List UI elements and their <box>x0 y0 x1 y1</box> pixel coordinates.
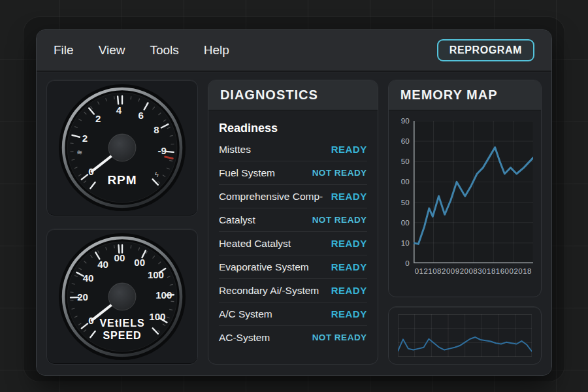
readiness-label: A/C System <box>219 308 272 320</box>
svg-text:ϟ: ϟ <box>155 171 159 179</box>
readiness-status: READY <box>331 144 367 155</box>
svg-text:2: 2 <box>95 113 101 124</box>
readiness-row: MisttesREADY <box>219 138 367 161</box>
x-tick-label: 3018 <box>478 267 496 275</box>
readiness-label: Fuel System <box>219 167 275 179</box>
readiness-row: Recondary Ai/-SystemREADY <box>219 279 367 302</box>
readiness-row: Fuel SystemNOT READY <box>219 161 367 185</box>
menu-help[interactable]: Help <box>204 43 229 57</box>
memory-chart <box>414 121 533 263</box>
x-tick-label: 2018 <box>514 267 532 275</box>
svg-text:2: 2 <box>82 133 88 144</box>
y-tick-label: 50 <box>401 157 410 165</box>
readiness-status: READY <box>331 261 367 272</box>
reprogram-button[interactable]: REPROGRAM <box>437 39 534 61</box>
x-tick-label: 1600 <box>496 267 514 275</box>
svg-text:100: 100 <box>149 311 165 322</box>
readiness-label: Heated Catalyst <box>219 238 291 250</box>
y-tick-label: 00 <box>401 219 410 227</box>
readiness-row: Heated CatalystREADY <box>219 232 367 255</box>
svg-text:40: 40 <box>97 259 108 270</box>
readiness-label: AC-System <box>219 332 270 344</box>
menu-view[interactable]: View <box>99 43 125 57</box>
menubar: File View Tools Help REPROGRAM <box>37 30 551 72</box>
rpm-gauge: 022468-9≋ϟRPM <box>57 82 188 213</box>
y-tick-label: 50 <box>401 199 410 206</box>
memory-column: MEMORY MAP 906050005000100 0121082009200… <box>388 80 542 365</box>
readiness-heading: Readiness <box>219 122 367 135</box>
svg-text:RPM: RPM <box>107 173 137 187</box>
svg-text:100: 100 <box>148 269 164 280</box>
speed-gauge: 02040400000100100100VEtIELSSPEED <box>57 231 188 362</box>
memory-chart-y-axis: 906050005000100 <box>394 121 414 263</box>
y-tick-label: 90 <box>401 117 410 125</box>
memory-map-body: 906050005000100 012108200920083018160020… <box>389 110 541 297</box>
diagnostics-body: Readiness MisttesREADY Fuel SystemNOT RE… <box>208 110 378 349</box>
readiness-row: Evaporative SystemREADY <box>219 255 367 279</box>
readiness-label: Comprehensive Comp- <box>219 191 323 203</box>
readiness-status: READY <box>331 238 367 249</box>
readiness-status: NOT READY <box>312 215 367 225</box>
svg-text:4: 4 <box>116 105 122 116</box>
content-area: 022468-9≋ϟRPM 02040400000100100100VEtIEL… <box>37 73 551 375</box>
readiness-label: Catalyst <box>219 214 255 226</box>
rpm-gauge-card: 022468-9≋ϟRPM <box>46 80 198 216</box>
readiness-status: READY <box>331 308 367 319</box>
readiness-label: Recondary Ai/-System <box>219 285 319 297</box>
svg-text:8: 8 <box>154 125 159 136</box>
diagnostics-panel-title: DIAGNOSTICS <box>208 80 378 110</box>
readiness-status: READY <box>331 191 367 202</box>
readiness-status: NOT READY <box>312 168 367 178</box>
readiness-row: Comprehensive Comp-READY <box>219 185 367 208</box>
svg-text:SPEED: SPEED <box>103 330 141 341</box>
svg-text:6: 6 <box>138 110 143 121</box>
svg-text:VEtIELS: VEtIELS <box>99 318 144 329</box>
readiness-row: AC-SystemNOT READY <box>219 326 367 349</box>
sparkline-panel <box>388 306 542 365</box>
y-tick-label: 0 <box>405 259 409 267</box>
svg-text:≋: ≋ <box>76 148 82 156</box>
memory-map-panel-title: MEMORY MAP <box>389 80 541 110</box>
memory-map-panel: MEMORY MAP 906050005000100 0121082009200… <box>388 80 542 297</box>
y-tick-label: 60 <box>401 137 410 145</box>
x-tick-label: 2009 <box>442 267 460 275</box>
svg-text:20: 20 <box>77 291 88 302</box>
svg-text:100: 100 <box>155 289 172 300</box>
memory-chart-x-axis: 01210820092008301816002018 <box>414 263 533 275</box>
speed-gauge-card: 02040400000100100100VEtIELSSPEED <box>46 229 198 365</box>
readiness-status: READY <box>331 285 367 296</box>
menu-file[interactable]: File <box>54 43 74 57</box>
app-window: File View Tools Help REPROGRAM 022468-9≋… <box>36 29 552 376</box>
svg-text:-9: -9 <box>157 146 166 157</box>
y-tick-label: 00 <box>401 178 410 186</box>
svg-text:40: 40 <box>83 272 94 284</box>
readiness-label: Evaporative System <box>219 261 309 273</box>
gauges-column: 022468-9≋ϟRPM 02040400000100100100VEtIEL… <box>46 80 198 365</box>
x-tick-label: 01 <box>415 267 424 275</box>
sparkline-chart <box>398 314 532 357</box>
menu-tools[interactable]: Tools <box>150 43 178 57</box>
readiness-row: CatalystNOT READY <box>219 208 367 232</box>
readiness-label: Misttes <box>219 144 251 155</box>
readiness-status: NOT READY <box>312 333 367 342</box>
diagnostics-panel: DIAGNOSTICS Readiness MisttesREADY Fuel … <box>208 80 378 365</box>
x-tick-label: 2008 <box>460 267 478 275</box>
readiness-row: A/C SystemREADY <box>219 302 367 326</box>
memory-chart-plot-wrap: 01210820092008301816002018 <box>414 121 533 293</box>
y-tick-label: 10 <box>401 239 410 247</box>
x-tick-label: 2108 <box>423 267 442 275</box>
svg-text:00: 00 <box>134 256 145 267</box>
svg-text:00: 00 <box>114 252 125 263</box>
